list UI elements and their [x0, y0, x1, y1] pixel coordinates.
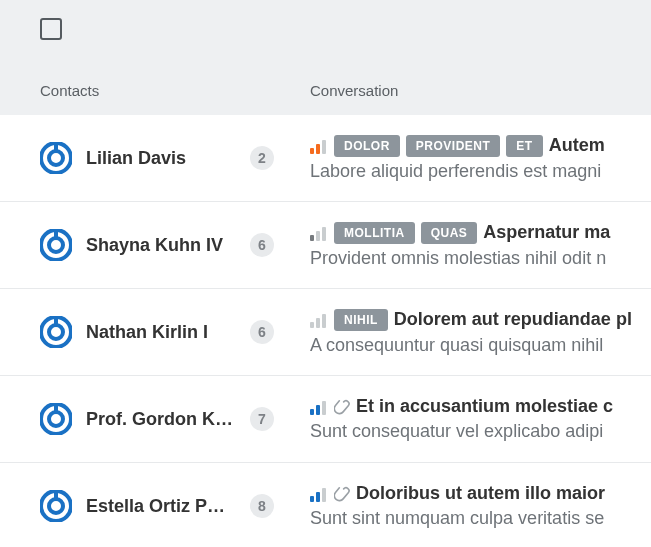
preview-text: Provident omnis molestias nihil odit n [310, 248, 651, 269]
contact-cell: Estella Ortiz P…8 [40, 490, 310, 522]
subject-text: Autem [549, 135, 605, 156]
list-item[interactable]: Shayna Kuhn IV6MOLLITIAQUASAspernatur ma… [0, 202, 651, 289]
tag: QUAS [421, 222, 478, 244]
priority-bars-icon [310, 225, 328, 241]
toolbar [0, 0, 651, 58]
subject-text: Et in accusantium molestiae c [356, 396, 613, 417]
contact-name: Nathan Kirlin I [86, 322, 236, 343]
list-item[interactable]: Nathan Kirlin I6NIHILDolorem aut repudia… [0, 289, 651, 376]
avatar-icon [40, 142, 72, 174]
conversation-list: Lilian Davis2DOLORPROVIDENTETAutemLabore… [0, 115, 651, 547]
message-count-badge: 6 [250, 320, 274, 344]
preview-text: A consequuntur quasi quisquam nihil [310, 335, 651, 356]
avatar-icon [40, 490, 72, 522]
tag: ET [506, 135, 542, 157]
contact-cell: Nathan Kirlin I6 [40, 316, 310, 348]
subject-line: Et in accusantium molestiae c [310, 396, 651, 417]
conversation-cell: NIHILDolorem aut repudiandae plA consequ… [310, 309, 651, 356]
tag: MOLLITIA [334, 222, 415, 244]
avatar-icon [40, 229, 72, 261]
list-item[interactable]: Estella Ortiz P…8Doloribus ut autem illo… [0, 463, 651, 547]
tag: DOLOR [334, 135, 400, 157]
subject-text: Aspernatur ma [483, 222, 610, 243]
contact-name: Lilian Davis [86, 148, 236, 169]
contact-cell: Prof. Gordon K…7 [40, 403, 310, 435]
subject-line: NIHILDolorem aut repudiandae pl [310, 309, 651, 331]
conversation-column-header: Conversation [310, 82, 651, 99]
message-count-badge: 2 [250, 146, 274, 170]
subject-line: Doloribus ut autem illo maior [310, 483, 651, 504]
message-count-badge: 7 [250, 407, 274, 431]
select-all-checkbox[interactable] [40, 18, 62, 40]
contact-name: Prof. Gordon K… [86, 409, 236, 430]
contact-name: Shayna Kuhn IV [86, 235, 236, 256]
tag: NIHIL [334, 309, 388, 331]
preview-text: Sunt consequatur vel explicabo adipi [310, 421, 651, 442]
subject-line: DOLORPROVIDENTETAutem [310, 135, 651, 157]
priority-bars-icon [310, 399, 328, 415]
conversation-cell: MOLLITIAQUASAspernatur maProvident omnis… [310, 222, 651, 269]
avatar-icon [40, 316, 72, 348]
contact-name: Estella Ortiz P… [86, 496, 236, 517]
contact-cell: Lilian Davis2 [40, 142, 310, 174]
attachment-icon [334, 399, 350, 415]
conversation-cell: Doloribus ut autem illo maiorSunt sint n… [310, 483, 651, 529]
list-item[interactable]: Lilian Davis2DOLORPROVIDENTETAutemLabore… [0, 115, 651, 202]
priority-bars-icon [310, 312, 328, 328]
list-item[interactable]: Prof. Gordon K…7Et in accusantium molest… [0, 376, 651, 463]
priority-bars-icon [310, 486, 328, 502]
tag: PROVIDENT [406, 135, 501, 157]
contacts-column-header: Contacts [40, 82, 310, 99]
message-count-badge: 8 [250, 494, 274, 518]
conversation-cell: Et in accusantium molestiae cSunt conseq… [310, 396, 651, 442]
contact-cell: Shayna Kuhn IV6 [40, 229, 310, 261]
subject-line: MOLLITIAQUASAspernatur ma [310, 222, 651, 244]
message-count-badge: 6 [250, 233, 274, 257]
column-headers: Contacts Conversation [0, 58, 651, 115]
attachment-icon [334, 486, 350, 502]
avatar-icon [40, 403, 72, 435]
preview-text: Sunt sint numquam culpa veritatis se [310, 508, 651, 529]
subject-text: Doloribus ut autem illo maior [356, 483, 605, 504]
priority-bars-icon [310, 138, 328, 154]
preview-text: Labore aliquid perferendis est magni [310, 161, 651, 182]
conversation-cell: DOLORPROVIDENTETAutemLabore aliquid perf… [310, 135, 651, 182]
subject-text: Dolorem aut repudiandae pl [394, 309, 632, 330]
